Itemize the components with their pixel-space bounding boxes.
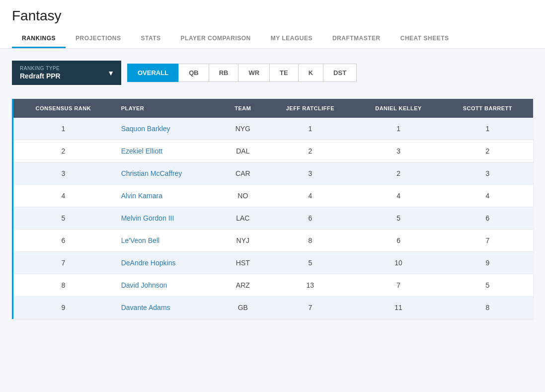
team-cell: NO [220,185,265,207]
expert3-rank-cell: 8 [442,297,533,319]
expert1-header: JEFF RATCLIFFE [265,99,355,118]
table-header: CONSENSUS RANK PLAYER TEAM JEFF RATCLIFF… [13,99,534,118]
expert1-rank-cell: 6 [265,207,355,230]
player-name-cell[interactable]: Ezekiel Elliott [113,140,221,162]
team-cell: GB [220,297,265,319]
player-name-cell[interactable]: Melvin Gordon III [113,207,221,230]
position-button-te[interactable]: TE [269,64,298,82]
nav-tab-projections[interactable]: PROJECTIONS [66,30,131,48]
expert3-rank-cell: 6 [442,207,533,230]
player-name-cell[interactable]: Alvin Kamara [113,185,221,207]
team-cell: NYG [220,118,265,140]
ranking-type-label: RANKING TYPE [20,66,60,71]
table-row: 7 DeAndre Hopkins HST 5 10 9 [13,252,534,274]
expert3-rank-cell: 9 [442,252,533,274]
nav-tab-draftmaster[interactable]: DRAFTMASTER [322,30,390,48]
consensus-rank-cell: 3 [13,162,113,185]
nav-tab-player-comparison[interactable]: PLAYER COMPARISON [171,30,261,48]
team-cell: HST [220,252,265,274]
player-name-cell[interactable]: Saquon Barkley [113,118,221,140]
expert3-rank-cell: 5 [442,274,533,297]
expert3-rank-cell: 2 [442,140,533,162]
consensus-rank-cell: 1 [13,118,113,140]
expert2-rank-cell: 2 [355,162,442,185]
consensus-rank-cell: 8 [13,274,113,297]
expert2-rank-cell: 3 [355,140,442,162]
nav-tabs: RANKINGSPROJECTIONSSTATSPLAYER COMPARISO… [12,30,533,48]
position-button-wr[interactable]: WR [238,64,269,82]
consensus-rank-cell: 5 [13,207,113,230]
expert2-rank-cell: 7 [355,274,442,297]
expert3-rank-cell: 7 [442,230,533,252]
expert1-rank-cell: 8 [265,230,355,252]
player-name-cell[interactable]: Christian McCaffrey [113,162,221,185]
rankings-table: CONSENSUS RANK PLAYER TEAM JEFF RATCLIFF… [12,99,533,319]
consensus-rank-cell: 7 [13,252,113,274]
team-cell: CAR [220,162,265,185]
table-row: 8 David Johnson ARZ 13 7 5 [13,274,534,297]
main-content: RANKING TYPE Redraft PPR ▼ OVERALLQBRBWR… [0,49,545,331]
expert1-rank-cell: 4 [265,185,355,207]
app-title: Fantasy [12,8,533,24]
expert1-rank-cell: 13 [265,274,355,297]
player-name-cell[interactable]: DeAndre Hopkins [113,252,221,274]
expert1-rank-cell: 7 [265,297,355,319]
expert2-rank-cell: 1 [355,118,442,140]
team-header: TEAM [220,99,265,118]
expert3-rank-cell: 1 [442,118,533,140]
table-row: 6 Le'Veon Bell NYJ 8 6 7 [13,230,534,252]
team-cell: LAC [220,207,265,230]
consensus-rank-header: CONSENSUS RANK [13,99,113,118]
expert3-rank-cell: 3 [442,162,533,185]
expert3-header: SCOTT BARRETT [442,99,533,118]
nav-tab-my-leagues[interactable]: MY LEAGUES [261,30,322,48]
ranking-type-dropdown[interactable]: RANKING TYPE Redraft PPR ▼ [12,61,121,85]
player-header: PLAYER [113,99,221,118]
expert1-rank-cell: 1 [265,118,355,140]
controls-bar: RANKING TYPE Redraft PPR ▼ OVERALLQBRBWR… [12,61,533,85]
nav-tab-rankings[interactable]: RANKINGS [12,30,66,48]
consensus-rank-cell: 6 [13,230,113,252]
expert2-rank-cell: 5 [355,207,442,230]
expert1-rank-cell: 5 [265,252,355,274]
position-button-k[interactable]: K [298,64,323,82]
player-name-cell[interactable]: Davante Adams [113,297,221,319]
nav-tab-stats[interactable]: STATS [131,30,171,48]
table-row: 3 Christian McCaffrey CAR 3 2 3 [13,162,534,185]
app-header: Fantasy RANKINGSPROJECTIONSSTATSPLAYER C… [0,0,545,49]
consensus-rank-cell: 2 [13,140,113,162]
table-row: 4 Alvin Kamara NO 4 4 4 [13,185,534,207]
consensus-rank-cell: 4 [13,185,113,207]
consensus-rank-cell: 9 [13,297,113,319]
table-body: 1 Saquon Barkley NYG 1 1 1 2 Ezekiel Ell… [13,118,534,319]
position-button-overall[interactable]: OVERALL [127,64,178,82]
expert1-rank-cell: 2 [265,140,355,162]
expert2-rank-cell: 10 [355,252,442,274]
expert3-rank-cell: 4 [442,185,533,207]
expert2-rank-cell: 4 [355,185,442,207]
expert2-rank-cell: 6 [355,230,442,252]
table-row: 9 Davante Adams GB 7 11 8 [13,297,534,319]
position-button-qb[interactable]: QB [178,64,209,82]
table-row: 2 Ezekiel Elliott DAL 2 3 2 [13,140,534,162]
position-buttons: OVERALLQBRBWRTEKDST [127,64,357,82]
position-button-dst[interactable]: DST [323,64,357,82]
player-name-cell[interactable]: Le'Veon Bell [113,230,221,252]
position-button-rb[interactable]: RB [209,64,238,82]
expert2-rank-cell: 11 [355,297,442,319]
table-row: 5 Melvin Gordon III LAC 6 5 6 [13,207,534,230]
chevron-down-icon: ▼ [107,69,114,77]
expert1-rank-cell: 3 [265,162,355,185]
player-name-cell[interactable]: David Johnson [113,274,221,297]
ranking-type-value: Redraft PPR [20,72,61,80]
team-cell: NYJ [220,230,265,252]
team-cell: ARZ [220,274,265,297]
team-cell: DAL [220,140,265,162]
nav-tab-cheat-sheets[interactable]: CHEAT SHEETS [390,30,459,48]
expert2-header: DANIEL KELLEY [355,99,442,118]
table-row: 1 Saquon Barkley NYG 1 1 1 [13,118,534,140]
